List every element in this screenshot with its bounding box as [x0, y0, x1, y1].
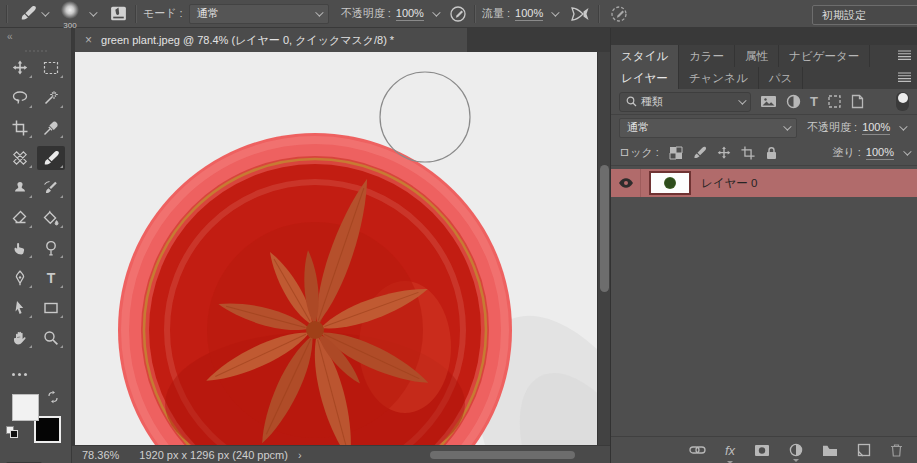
lock-transparency-icon[interactable]: [669, 146, 683, 160]
layer-filter-value: 種類: [641, 94, 663, 109]
tab-navigator[interactable]: ナビゲーター: [779, 45, 870, 67]
move-tool[interactable]: [6, 56, 34, 80]
quick-mask-image: [75, 52, 597, 445]
canvas[interactable]: [75, 52, 597, 445]
brush-preset-chevron-icon[interactable]: [89, 8, 97, 16]
zoom-tool[interactable]: [37, 326, 65, 350]
new-layer-icon[interactable]: [857, 443, 871, 457]
shape-tool[interactable]: [37, 296, 65, 320]
layers-panel-footer: fx: [611, 436, 917, 463]
layer-filter-row: 種類 T: [611, 89, 917, 115]
tab-layers[interactable]: レイヤー: [611, 67, 679, 89]
dodge-tool[interactable]: [37, 236, 65, 260]
layer-thumbnail[interactable]: [652, 174, 688, 192]
tool-preset-brush-icon[interactable]: [20, 5, 37, 22]
path-selection-tool[interactable]: [6, 296, 34, 320]
swap-colors-icon[interactable]: [46, 390, 60, 404]
status-zoom-level[interactable]: 78.36%: [82, 449, 119, 461]
delete-layer-icon[interactable]: [890, 443, 903, 457]
layer-row-0[interactable]: レイヤー 0: [611, 169, 917, 197]
filter-pixel-layers-icon[interactable]: [760, 94, 777, 109]
chevron-down-icon: [783, 122, 791, 130]
marquee-tool[interactable]: [37, 56, 65, 80]
hand-tool[interactable]: [6, 326, 34, 350]
toolbar-grip[interactable]: [25, 50, 47, 52]
collapse-toolbar-button[interactable]: «: [0, 28, 71, 45]
smoothing-pressure-icon[interactable]: [610, 5, 628, 23]
foreground-color-swatch[interactable]: [12, 394, 39, 421]
flow-value[interactable]: 100%: [515, 7, 543, 21]
flow-chevron-icon[interactable]: [551, 8, 559, 16]
lock-position-icon[interactable]: [717, 146, 731, 160]
close-tab-button[interactable]: ×: [85, 33, 92, 47]
default-settings-button[interactable]: 初期設定: [812, 5, 917, 25]
mode-label: モード :: [143, 6, 183, 21]
layer-style-fx-icon[interactable]: fx: [725, 441, 735, 459]
type-tool[interactable]: T: [37, 266, 65, 290]
opacity-chevron-icon[interactable]: [432, 8, 440, 16]
status-options-chevron[interactable]: ›: [298, 449, 302, 461]
new-group-icon[interactable]: [822, 444, 838, 457]
layer-filter-type-select[interactable]: 種類: [619, 92, 751, 112]
panel-tabs-top: スタイル カラー 属性 ナビゲーター: [611, 45, 917, 67]
toggle-brush-settings-icon[interactable]: [109, 5, 128, 22]
edit-toolbar-button[interactable]: [12, 362, 71, 380]
panel-tabs-layers: レイヤー チャンネル パス: [611, 67, 917, 89]
crop-tool[interactable]: [6, 116, 34, 140]
adjustment-layer-icon[interactable]: [789, 443, 803, 457]
default-colors-icon[interactable]: [6, 426, 19, 439]
lock-all-icon[interactable]: [765, 146, 778, 160]
lasso-tool[interactable]: [6, 86, 34, 110]
document-tab[interactable]: × green plant.jpeg @ 78.4% (レイヤー 0, クイック…: [75, 28, 467, 52]
vertical-scrollbar-thumb[interactable]: [600, 165, 609, 292]
layer-name[interactable]: レイヤー 0: [701, 176, 757, 191]
layers-panel-menu-icon[interactable]: [898, 72, 911, 83]
paint-bucket-tool[interactable]: [37, 206, 65, 230]
airbrush-icon[interactable]: [569, 6, 591, 22]
filter-type-layers-icon[interactable]: T: [810, 94, 818, 109]
brush-tool[interactable]: [37, 146, 65, 170]
layer-opacity-value[interactable]: 100%: [862, 121, 890, 135]
add-layer-mask-icon[interactable]: [754, 444, 770, 457]
blend-mode-select[interactable]: 通常: [619, 118, 797, 138]
history-brush-tool[interactable]: [37, 176, 65, 200]
layer-opacity-chevron-icon[interactable]: [899, 122, 907, 130]
quick-selection-tool[interactable]: [37, 86, 65, 110]
healing-brush-tool[interactable]: [6, 146, 34, 170]
opacity-label: 不透明度 :: [341, 6, 391, 21]
brush-preset-picker[interactable]: 300: [57, 1, 83, 27]
tab-paths[interactable]: パス: [759, 67, 804, 89]
pen-tool[interactable]: [6, 266, 34, 290]
options-bar: 300 モード : 通常 不透明度 : 100% 流量 : 100% 初期設定: [0, 0, 917, 28]
link-layers-icon[interactable]: [689, 444, 706, 456]
fill-chevron-icon[interactable]: [903, 147, 911, 155]
tool-preset-chevron-icon[interactable]: [41, 8, 49, 16]
vertical-scrollbar[interactable]: [597, 52, 610, 445]
filter-smart-object-icon[interactable]: [851, 94, 864, 109]
eraser-tool[interactable]: [6, 206, 34, 230]
mode-value: 通常: [197, 6, 219, 21]
lock-label: ロック :: [619, 145, 659, 160]
lock-pixels-icon[interactable]: [693, 146, 707, 160]
tab-channels[interactable]: チャンネル: [679, 67, 759, 89]
mode-select[interactable]: 通常: [189, 4, 329, 24]
panel-menu-icon[interactable]: [898, 50, 911, 61]
document-tab-title: green plant.jpeg @ 78.4% (レイヤー 0, クイックマス…: [101, 33, 394, 48]
clone-stamp-tool[interactable]: [6, 176, 34, 200]
layer-filter-toggle[interactable]: [896, 92, 909, 111]
tab-styles[interactable]: スタイル: [611, 45, 679, 67]
blend-mode-value: 通常: [627, 120, 649, 135]
smudge-tool[interactable]: [6, 236, 34, 260]
lock-artboard-icon[interactable]: [741, 146, 755, 160]
horizontal-scrollbar-thumb[interactable]: [430, 451, 575, 459]
fill-value[interactable]: 100%: [866, 146, 894, 160]
opacity-pressure-icon[interactable]: [449, 5, 467, 23]
opacity-value[interactable]: 100%: [396, 7, 424, 21]
ellipsis-icon: [12, 373, 15, 376]
filter-adjustment-layers-icon[interactable]: [786, 94, 801, 109]
tab-color[interactable]: カラー: [679, 45, 735, 67]
eyedropper-tool[interactable]: [37, 116, 65, 140]
filter-shape-layers-icon[interactable]: [827, 94, 842, 109]
layer-visibility-toggle[interactable]: [611, 169, 641, 197]
tab-properties[interactable]: 属性: [735, 45, 779, 67]
